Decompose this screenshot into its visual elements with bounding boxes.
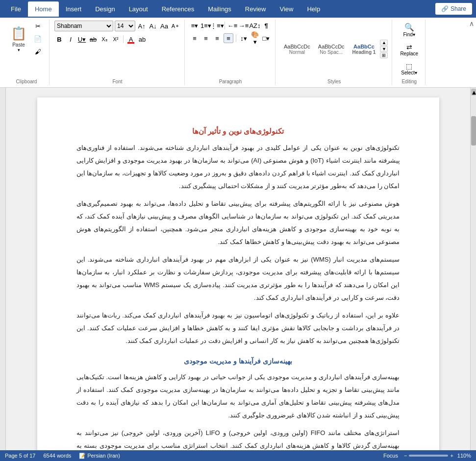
left-margin: [0, 88, 6, 450]
separator1: [123, 35, 124, 43]
editing-label: Editing: [393, 79, 425, 84]
ribbon-tabs: File Home Insert Design Layout Reference…: [0, 0, 476, 18]
section1-heading: تکنولوژی‌های نوین و تأثیر آن‌ها: [76, 127, 400, 136]
separator2: [225, 22, 225, 29]
find-icon: 🔍: [404, 23, 414, 32]
document-page: تکنولوژی‌های نوین و تأثیر آن‌ها تکنولوژی…: [37, 97, 439, 450]
line-spacing-button[interactable]: ↕▾: [239, 33, 249, 43]
subscript-button[interactable]: X₂: [100, 34, 109, 44]
highlight-icon: ab: [139, 36, 146, 43]
show-formatting-button[interactable]: ¶: [261, 21, 271, 30]
font-grow-button[interactable]: A↑: [137, 21, 147, 31]
italic-button[interactable]: I: [66, 34, 75, 44]
share-button[interactable]: 🔗 Share: [435, 3, 472, 15]
gallery-expand-arrow[interactable]: ⊞: [380, 52, 388, 58]
change-case-button[interactable]: Aa: [159, 21, 169, 31]
cut-icon: ✂: [35, 23, 41, 30]
ribbon-toolbar: 📋 Paste ▾ ✂ 📄 🖌: [0, 18, 476, 88]
tab-file[interactable]: File: [4, 1, 28, 17]
font-size-select[interactable]: 14: [115, 21, 135, 31]
sort-button[interactable]: AZ↕: [250, 21, 260, 30]
font-row2: B I U▾ ab X₂ X² A ab: [54, 34, 147, 44]
clipboard-group: 📋 Paste ▾ ✂ 📄 🖌: [4, 20, 50, 85]
gallery-down-arrow[interactable]: ▼: [380, 46, 388, 52]
decrease-indent-button[interactable]: ←≡: [227, 21, 237, 30]
style-heading1[interactable]: AaBbCc Heading 1: [349, 42, 379, 57]
paste-button[interactable]: 📋 Paste ▾: [8, 24, 29, 54]
superscript-button[interactable]: X²: [111, 34, 121, 44]
zoom-level: 110%: [457, 453, 471, 459]
replace-button[interactable]: ⇄ Replace: [397, 41, 421, 58]
styles-gallery: AaBbCcDc Normal AaBbCcDc No Spac... AaBb…: [280, 40, 388, 58]
zoom-in-button[interactable]: +: [450, 453, 453, 459]
tab-home[interactable]: Home: [28, 1, 59, 17]
tab-references[interactable]: References: [155, 1, 201, 17]
bullets-button[interactable]: ≡▾: [190, 21, 200, 30]
paragraph-4: علاوه بر این، استفاده از رباتیک و تکنولو…: [76, 309, 400, 347]
align-center-button[interactable]: ≡: [201, 33, 211, 43]
focus-button[interactable]: Focus: [383, 453, 398, 459]
tab-insert[interactable]: Insert: [59, 1, 89, 17]
document-content: تکنولوژی‌های نوین و تأثیر آن‌ها تکنولوژی…: [6, 88, 470, 450]
clear-formatting-button[interactable]: A⚬: [171, 21, 180, 31]
underline-button[interactable]: U▾: [77, 34, 87, 44]
paragraph-6: استراتژی‌های مختلف مانند FIFO (اولین ورو…: [76, 427, 400, 450]
tab-design[interactable]: Design: [88, 1, 122, 17]
paragraph-group: ≡▾ 1≡▾ ⋮≡▾ ←≡ →≡ AZ↕ ¶ ≡ ≡ ≡ ≡ ↕▾: [186, 20, 276, 85]
font-color-button[interactable]: A: [126, 34, 136, 44]
language-indicator: 📝 Persian (Iran): [79, 453, 120, 459]
paragraph-1: تکنولوژی‌های نوین به عنوان یکی از عوامل …: [76, 142, 400, 193]
page-count: Page 5 of 17: [5, 453, 35, 459]
shading-button[interactable]: 🎨▾: [250, 33, 260, 43]
document-area: تکنولوژی‌های نوین و تأثیر آن‌ها تکنولوژی…: [0, 88, 476, 450]
word-count: 6544 words: [43, 453, 71, 459]
style-no-spacing[interactable]: AaBbCcDc No Spac...: [315, 42, 348, 57]
justify-button[interactable]: ≡: [224, 33, 233, 43]
scroll-up-arrow[interactable]: ▲: [471, 89, 476, 96]
gallery-arrows: ▲ ▼ ⊞: [380, 40, 388, 58]
numbering-button[interactable]: 1≡▾: [201, 21, 211, 30]
zoom-controls: − + 110%: [404, 453, 471, 459]
editing-group: 🔍 Find▾ ⇄ Replace ⬚ Select▾ Editing: [393, 20, 426, 85]
tab-view[interactable]: View: [273, 1, 300, 17]
status-bar-right: Focus − + 110%: [383, 453, 471, 459]
paragraph-5: بهینه‌سازی فرآیندهای انبارداری و مدیریت …: [76, 371, 400, 422]
tab-help[interactable]: Help: [300, 1, 327, 17]
format-painter-icon: 🖌: [35, 48, 41, 55]
styles-group: AaBbCcDc Normal AaBbCcDc No Spac... AaBb…: [276, 20, 392, 85]
align-left-button[interactable]: ≡: [190, 33, 200, 43]
scroll-bar[interactable]: ▲: [470, 88, 476, 450]
copy-icon: 📄: [34, 35, 42, 43]
scroll-thumb[interactable]: [471, 116, 476, 146]
gallery-up-arrow[interactable]: ▲: [380, 40, 388, 46]
find-button[interactable]: 🔍 Find▾: [400, 21, 419, 39]
font-name-select[interactable]: Shabnam: [54, 21, 113, 31]
increase-indent-button[interactable]: →≡: [239, 21, 249, 30]
select-button[interactable]: ⬚ Select▾: [398, 60, 420, 77]
cut-button[interactable]: ✂: [30, 21, 45, 32]
format-painter-button[interactable]: 🖌: [30, 46, 45, 57]
zoom-out-button[interactable]: −: [404, 453, 407, 459]
paragraph-3: سیستم‌های مدیریت انبار (WMS) نیز به عنوا…: [76, 253, 400, 304]
section2-heading: بهینه‌سازی فرآیندها و مدیریت موجودی: [76, 357, 400, 365]
font-shrink-button[interactable]: A↓: [148, 21, 158, 31]
align-right-button[interactable]: ≡: [212, 33, 222, 43]
borders-button[interactable]: □▾: [261, 33, 271, 43]
share-icon: 🔗: [441, 5, 449, 12]
highlight-color-button[interactable]: ab: [137, 34, 147, 44]
language-icon: 📝: [79, 453, 86, 459]
style-normal[interactable]: AaBbCcDc Normal: [280, 42, 314, 57]
font-row1: Shabnam 14 A↑ A↓ Aa A⚬: [54, 21, 180, 31]
ribbon-collapse-button[interactable]: ∧: [469, 20, 474, 27]
strikethrough-button[interactable]: ab: [88, 34, 98, 44]
copy-button[interactable]: 📄: [30, 33, 45, 45]
tab-mailings[interactable]: Mailings: [201, 1, 238, 17]
bold-button[interactable]: B: [54, 34, 64, 44]
paragraph-2: هوش مصنوعی نیز با ارائه الگوریتم‌های پیش…: [76, 197, 400, 248]
font-group: Shabnam 14 A↑ A↓ Aa A⚬ B I U▾ ab X₂: [50, 20, 185, 85]
paste-icon: 📋: [11, 26, 26, 41]
tab-review[interactable]: Review: [238, 1, 273, 17]
tab-layout[interactable]: Layout: [122, 1, 155, 17]
multilevel-list-button[interactable]: ⋮≡▾: [212, 21, 222, 30]
zoom-slider[interactable]: [409, 455, 448, 457]
